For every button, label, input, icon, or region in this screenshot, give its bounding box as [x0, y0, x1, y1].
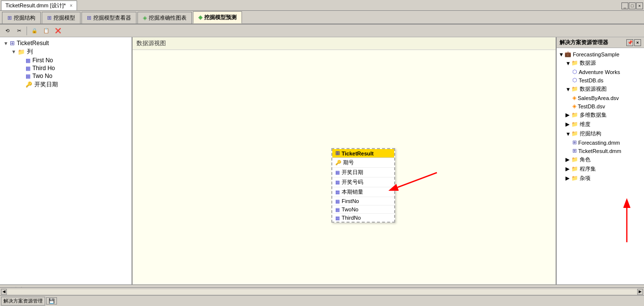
tab-label-4: 挖掘模型预测 — [204, 14, 237, 21]
dsv-canvas[interactable]: ⊞ TicketResult 🔑 期号 ▦ 开奖日期 ▦ 开奖号码 ▦ 本 — [133, 50, 556, 284]
tree-root[interactable]: ▼ ⊞ TicketResult — [2, 39, 130, 47]
sol-close-btn[interactable]: × — [634, 39, 641, 46]
document-tab-title: TicketResult.dmm [设计]* — [5, 2, 66, 9]
dsv-row-5[interactable]: ▦ TwoNo — [332, 205, 394, 214]
sol-folder-misc-icon: 📁 — [571, 175, 578, 181]
toolbar-delete-btn[interactable]: ❌ — [53, 26, 63, 36]
sol-dsv-group[interactable]: ▼ 📁 数据源视图 — [559, 84, 642, 94]
sol-ds-testdb-icon: ⬡ — [572, 77, 577, 83]
sol-salesbyarea[interactable]: ◈ SalesByArea.dsv — [559, 94, 642, 102]
tab-mining-accuracy[interactable]: ◈ 挖掘准确性图表 — [137, 12, 192, 24]
tab-mining-viewer[interactable]: ⊞ 挖掘模型查看器 — [81, 12, 136, 24]
tab-mining-model[interactable]: ⊞ 挖掘模型 — [42, 12, 80, 24]
dsv-row-label-2: 开奖号码 — [342, 178, 363, 186]
sol-testdb-dsv[interactable]: ◈ TestDB.dsv — [559, 102, 642, 110]
minimize-button[interactable]: _ — [621, 2, 628, 9]
dsv-row-1[interactable]: ▦ 开奖日期 — [332, 168, 394, 178]
restore-button[interactable]: □ — [629, 2, 636, 9]
dsv-col-icon-4: ▦ — [335, 199, 340, 204]
sol-folder-asm-icon: 📁 — [571, 166, 578, 172]
sol-mining-fc-icon: ⊞ — [572, 139, 577, 146]
sol-adventureworks[interactable]: ⬡ Adventure Works — [559, 68, 642, 76]
sol-expand-asm[interactable]: ▶ — [565, 166, 571, 172]
sol-folder-dsv-icon: 📁 — [571, 86, 578, 92]
dsv-col-icon-2: ▦ — [335, 179, 340, 185]
sol-dsv-sales-label: SalesByArea.dsv — [578, 95, 619, 101]
dsv-row-label-5: TwoNo — [342, 206, 358, 212]
tab-icon-3: ◈ — [143, 15, 147, 21]
tree-item-date[interactable]: 🔑 开奖日期 — [2, 80, 130, 89]
solution-title-bar: 解决方案资源管理器 📌 × — [557, 37, 644, 48]
sol-datasource-group[interactable]: ▼ 📁 数据源 — [559, 58, 642, 68]
document-tab[interactable]: TicketResult.dmm [设计]* × — [1, 0, 77, 10]
sol-expand-root[interactable]: ▼ — [559, 51, 564, 57]
tab-icon-0: ⊞ — [7, 15, 12, 21]
tree-item-firstno[interactable]: ▦ First No — [2, 56, 130, 64]
toolbar-lock-btn[interactable]: 🔒 — [29, 26, 40, 36]
solution-tree: ▼ 💼 ForecastingSample ▼ 📁 数据源 ⬡ Adventur… — [557, 48, 644, 184]
document-tab-close[interactable]: × — [70, 3, 73, 8]
dsv-row-6[interactable]: ▦ ThirdNo — [332, 214, 394, 222]
tree-columns-group[interactable]: ▼ 📁 列 — [2, 47, 130, 56]
sol-ticketresult-dmm[interactable]: ⊞ TicketResult.dmm — [559, 147, 642, 155]
dsv-key-icon-0: 🔑 — [335, 160, 341, 165]
dsv-panel: 数据源视图 ⊞ TicketResult 🔑 期号 ▦ 开奖日期 ▦ — [133, 37, 556, 284]
tree-label-thirdho: Third Ho — [32, 65, 55, 72]
dsv-col-icon-6: ▦ — [335, 215, 340, 221]
tree-expand-columns[interactable]: ▼ — [10, 49, 18, 54]
sol-ds-testdb-label: TestDB.ds — [579, 77, 603, 83]
sol-folder-cube-icon: 📁 — [571, 112, 578, 118]
dsv-col-icon-5: ▦ — [335, 207, 340, 212]
toolbar-cut-btn[interactable]: ✂ — [14, 26, 25, 36]
tree-label-root: TicketResult — [17, 40, 49, 47]
dsv-table-box[interactable]: ⊞ TicketResult 🔑 期号 ▦ 开奖日期 ▦ 开奖号码 ▦ 本 — [331, 148, 395, 223]
sol-dsv-testdb-label: TestDB.dsv — [578, 103, 605, 109]
sol-mining-label: 挖掘结构 — [580, 130, 601, 137]
sol-expand-mining[interactable]: ▼ — [565, 131, 571, 137]
tree-item-twono[interactable]: ▦ Two No — [2, 72, 130, 80]
tab-icon-2: ⊞ — [87, 15, 91, 21]
sol-cube-group[interactable]: ▶ 📁 多维数据集 — [559, 110, 642, 120]
sol-dimension-group[interactable]: ▶ 📁 维度 — [559, 120, 642, 129]
sol-assembly-group[interactable]: ▶ 📁 程序集 — [559, 164, 642, 174]
svg-line-1 — [398, 173, 437, 187]
toolbar-copy-btn[interactable]: 📋 — [41, 26, 52, 36]
sol-dsv-testdb-icon: ◈ — [572, 103, 576, 109]
col-icon-thirdho: ▦ — [26, 65, 30, 72]
sol-testdb-ds[interactable]: ⬡ TestDB.ds — [559, 76, 642, 84]
dsv-row-2[interactable]: ▦ 开奖号码 — [332, 178, 394, 187]
dsv-table-header: ⊞ TicketResult — [332, 149, 394, 158]
toolbar-reload-btn[interactable]: ⟲ — [2, 26, 13, 36]
sol-expand-dsv[interactable]: ▼ — [565, 86, 571, 92]
red-arrow-1 — [388, 163, 447, 202]
sol-pin-btn[interactable]: 📌 — [626, 39, 633, 46]
close-button[interactable]: × — [636, 2, 643, 9]
dsv-title: 数据源视图 — [133, 37, 556, 50]
tab-icon-1: ⊞ — [47, 15, 52, 21]
dsv-row-3[interactable]: ▦ 本期销量 — [332, 187, 394, 197]
main-area: ▼ ⊞ TicketResult ▼ 📁 列 ▦ First No ▦ Thir… — [0, 37, 644, 284]
sol-mining-group[interactable]: ▼ 📁 挖掘结构 — [559, 129, 642, 138]
toolbar-sep-1 — [27, 26, 27, 35]
sol-expand-cube[interactable]: ▶ — [565, 112, 571, 118]
sol-cube-label: 多维数据集 — [580, 111, 607, 119]
sol-root[interactable]: ▼ 💼 ForecastingSample — [559, 50, 642, 58]
sol-expand-role[interactable]: ▶ — [565, 156, 571, 163]
sol-expand-misc[interactable]: ▶ — [565, 175, 571, 181]
sol-forecasting-dmm[interactable]: ⊞ Forecasting.dmm — [559, 138, 642, 147]
sol-role-group[interactable]: ▶ 📁 角色 — [559, 155, 642, 164]
sol-ds-aw-label: Adventure Works — [579, 69, 620, 75]
sol-folder-ds-icon: 📁 — [571, 60, 578, 66]
sol-ds-label: 数据源 — [580, 59, 596, 67]
tab-mining-structure[interactable]: ⊞ 挖掘结构 — [2, 12, 41, 24]
dsv-row-label-6: ThirdNo — [342, 215, 361, 221]
sol-expand-dim[interactable]: ▶ — [565, 121, 571, 128]
tree-expand-root[interactable]: ▼ — [2, 41, 10, 46]
dsv-row-4[interactable]: ▦ FirstNo — [332, 197, 394, 205]
tree-item-thirdho[interactable]: ▦ Third Ho — [2, 64, 130, 72]
tab-mining-prediction[interactable]: ◈ 挖掘模型预测 — [193, 11, 242, 24]
sol-misc-group[interactable]: ▶ 📁 杂项 — [559, 174, 642, 183]
tree-label-columns: 列 — [27, 48, 33, 56]
sol-expand-ds[interactable]: ▼ — [565, 60, 571, 66]
dsv-row-0[interactable]: 🔑 期号 — [332, 158, 394, 168]
